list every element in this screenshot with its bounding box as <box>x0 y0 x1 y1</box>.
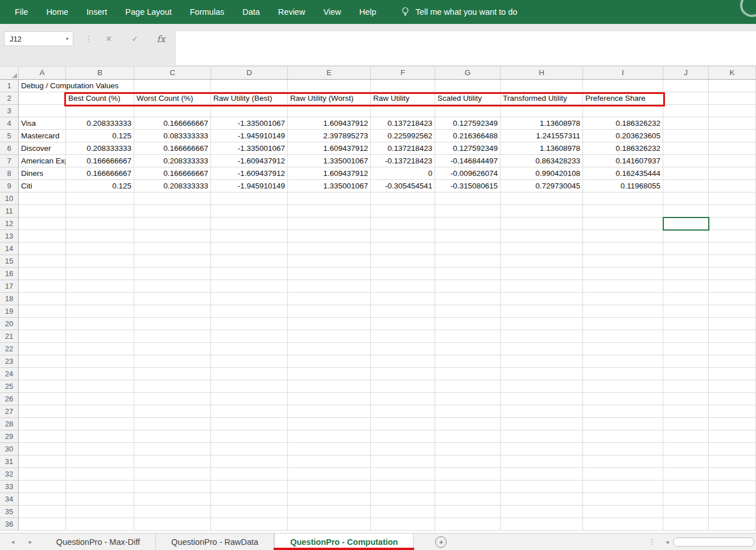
cell-A22[interactable] <box>19 343 66 355</box>
cell-J23[interactable] <box>663 355 709 368</box>
cell-C30[interactable] <box>134 443 211 455</box>
cell-E8[interactable]: 1.609437912 <box>288 167 371 180</box>
row-header-1[interactable]: 1 <box>0 80 19 92</box>
row-header-20[interactable]: 20 <box>0 318 19 330</box>
cell-B10[interactable] <box>66 192 134 205</box>
column-header-J[interactable]: J <box>663 67 709 80</box>
cell-D31[interactable] <box>211 455 288 468</box>
cell-J28[interactable] <box>663 418 709 430</box>
cell-J24[interactable] <box>663 368 709 380</box>
cell-B22[interactable] <box>66 343 134 355</box>
cell-D10[interactable] <box>211 192 288 205</box>
cell-B20[interactable] <box>66 318 134 330</box>
cell-F21[interactable] <box>371 330 435 343</box>
cell-C18[interactable] <box>134 293 211 305</box>
cell-B27[interactable] <box>66 405 134 418</box>
cell-D8[interactable]: -1.609437912 <box>211 167 288 180</box>
cell-K7[interactable] <box>709 155 756 167</box>
cell-K11[interactable] <box>709 205 756 217</box>
cell-B28[interactable] <box>66 418 134 430</box>
cell-D2[interactable]: Raw Utility (Best) <box>211 92 288 105</box>
cell-E34[interactable] <box>288 493 371 506</box>
cell-B23[interactable] <box>66 355 134 368</box>
cell-F23[interactable] <box>371 355 435 368</box>
menu-insert[interactable]: Insert <box>77 0 116 24</box>
cell-E1[interactable] <box>288 80 371 92</box>
cell-J10[interactable] <box>663 192 709 205</box>
cell-K21[interactable] <box>709 330 756 343</box>
cell-E12[interactable] <box>288 217 371 230</box>
cell-D18[interactable] <box>211 293 288 305</box>
cell-K3[interactable] <box>709 105 756 117</box>
cell-I33[interactable] <box>583 481 663 493</box>
row-header-30[interactable]: 30 <box>0 443 19 455</box>
cell-B9[interactable]: 0.125 <box>66 180 134 192</box>
cell-E24[interactable] <box>288 368 371 380</box>
cell-C10[interactable] <box>134 192 211 205</box>
cell-E30[interactable] <box>288 443 371 455</box>
cell-K18[interactable] <box>709 293 756 305</box>
cell-K5[interactable] <box>709 130 756 142</box>
cell-H6[interactable]: 1.13608978 <box>501 142 583 155</box>
cell-I12[interactable] <box>583 217 663 230</box>
cell-F32[interactable] <box>371 468 435 481</box>
cell-K24[interactable] <box>709 368 756 380</box>
row-header-22[interactable]: 22 <box>0 343 19 355</box>
cell-F28[interactable] <box>371 418 435 430</box>
row-header-25[interactable]: 25 <box>0 380 19 393</box>
cell-A23[interactable] <box>19 355 66 368</box>
cell-D9[interactable]: -1.945910149 <box>211 180 288 192</box>
cell-F22[interactable] <box>371 343 435 355</box>
row-header-27[interactable]: 27 <box>0 405 19 418</box>
cell-D27[interactable] <box>211 405 288 418</box>
cell-G30[interactable] <box>435 443 501 455</box>
cell-B13[interactable] <box>66 230 134 243</box>
cell-E28[interactable] <box>288 418 371 430</box>
row-header-21[interactable]: 21 <box>0 330 19 343</box>
cell-H2[interactable]: Transformed Utility <box>501 92 583 105</box>
cell-E31[interactable] <box>288 455 371 468</box>
cell-J26[interactable] <box>663 393 709 405</box>
cell-F19[interactable] <box>371 305 435 318</box>
cell-H21[interactable] <box>501 330 583 343</box>
cell-A27[interactable] <box>19 405 66 418</box>
cell-F31[interactable] <box>371 455 435 468</box>
cell-H16[interactable] <box>501 268 583 280</box>
cell-C23[interactable] <box>134 355 211 368</box>
cell-G1[interactable] <box>435 80 501 92</box>
cell-C17[interactable] <box>134 280 211 293</box>
cell-F25[interactable] <box>371 380 435 393</box>
cell-J29[interactable] <box>663 430 709 443</box>
cell-F24[interactable] <box>371 368 435 380</box>
cell-I15[interactable] <box>583 255 663 268</box>
cell-A35[interactable] <box>19 506 66 518</box>
enter-icon[interactable]: ✓ <box>122 34 148 43</box>
cell-G6[interactable]: 0.127592349 <box>435 142 501 155</box>
cell-A12[interactable] <box>19 217 66 230</box>
cell-F12[interactable] <box>371 217 435 230</box>
cell-G31[interactable] <box>435 455 501 468</box>
cell-D28[interactable] <box>211 418 288 430</box>
cell-B7[interactable]: 0.166666667 <box>66 155 134 167</box>
cell-K1[interactable] <box>709 80 756 92</box>
cell-D5[interactable]: -1.945910149 <box>211 130 288 142</box>
cell-K10[interactable] <box>709 192 756 205</box>
cell-B3[interactable] <box>66 105 134 117</box>
cell-E6[interactable]: 1.609437912 <box>288 142 371 155</box>
cell-B35[interactable] <box>66 506 134 518</box>
cell-H33[interactable] <box>501 481 583 493</box>
cell-C13[interactable] <box>134 230 211 243</box>
cell-K13[interactable] <box>709 230 756 243</box>
cell-A21[interactable] <box>19 330 66 343</box>
cell-H20[interactable] <box>501 318 583 330</box>
cell-E26[interactable] <box>288 393 371 405</box>
cell-C28[interactable] <box>134 418 211 430</box>
cell-I4[interactable]: 0.186326232 <box>583 117 663 130</box>
cell-E22[interactable] <box>288 343 371 355</box>
cell-I21[interactable] <box>583 330 663 343</box>
cell-F9[interactable]: -0.305454541 <box>371 180 435 192</box>
cell-E5[interactable]: 2.397895273 <box>288 130 371 142</box>
cell-H35[interactable] <box>501 506 583 518</box>
cell-B31[interactable] <box>66 455 134 468</box>
cell-B30[interactable] <box>66 443 134 455</box>
